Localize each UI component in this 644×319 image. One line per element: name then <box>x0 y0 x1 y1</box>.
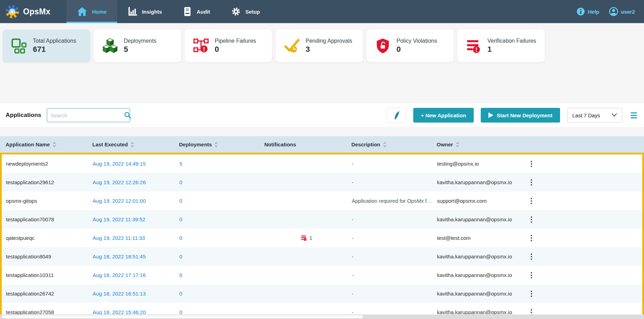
navbar-right: Help user2 <box>577 0 644 23</box>
column-header-application-name[interactable]: Application Name <box>6 141 92 147</box>
sort-icon <box>383 142 387 147</box>
application-owner: test@test.com <box>437 235 528 241</box>
application-name[interactable]: testapplication29612 <box>6 179 93 185</box>
search-input[interactable] <box>47 112 124 118</box>
card-value: 3 <box>306 45 352 54</box>
tab-audit[interactable]: Audit <box>172 0 220 23</box>
application-description: - <box>352 235 437 241</box>
last-executed-link[interactable]: Aug 19, 2022 14:49:15 <box>93 161 179 167</box>
last-executed-link[interactable]: Aug 19, 2022 11:11:33 <box>93 235 179 241</box>
card-total-applications[interactable]: Total Applications 671 <box>3 29 90 62</box>
last-executed-link[interactable]: Aug 19, 2022 12:01:00 <box>93 198 179 204</box>
table-row[interactable]: testapplication70078 Aug 19, 2022 11:39:… <box>2 210 642 229</box>
application-description: - <box>352 179 437 185</box>
table-row[interactable]: testapplication8049 Aug 18, 2022 18:51:4… <box>2 247 642 266</box>
card-pending-approvals[interactable]: Pending Approvals 3 <box>276 29 363 62</box>
new-application-button[interactable]: + New Application <box>413 108 474 123</box>
horizontal-scrollbar[interactable] <box>0 314 644 319</box>
table-menu-icon[interactable] <box>629 111 638 120</box>
application-name[interactable]: qatestpueqc <box>6 235 93 241</box>
application-description: - <box>352 161 437 167</box>
date-range-select[interactable]: Last 7 Days <box>567 108 622 123</box>
last-executed-link[interactable]: Aug 18, 2022 16:51:13 <box>93 291 179 297</box>
deployments-count-link[interactable]: 5 <box>179 161 265 167</box>
card-value: 1 <box>487 45 536 54</box>
row-actions-menu-icon[interactable] <box>528 254 535 260</box>
table-row[interactable]: testapplication26742 Aug 18, 2022 16:51:… <box>2 284 642 303</box>
search-icon[interactable] <box>124 111 131 119</box>
card-pipeline-failures[interactable]: Pipeline Failures 0 <box>185 29 272 62</box>
table-row[interactable]: testapplication29612 Aug 19, 2022 12:26:… <box>2 173 642 192</box>
home-icon <box>77 7 87 16</box>
row-actions-menu-icon[interactable] <box>528 161 535 167</box>
application-description: - <box>352 272 437 278</box>
row-actions-menu-icon[interactable] <box>528 179 535 186</box>
main-navigation: Home Insights Au <box>66 0 270 23</box>
card-label: Total Applications <box>33 38 76 44</box>
column-label: Last Executed <box>92 141 128 147</box>
start-new-deployment-label: Start New Deployment <box>497 112 552 118</box>
column-header-deployments[interactable]: Deployments <box>179 141 264 147</box>
application-name[interactable]: testapplication10311 <box>6 272 93 278</box>
row-actions-menu-icon[interactable] <box>528 272 535 278</box>
deployments-count-link[interactable]: 0 <box>179 179 265 185</box>
stats-cards-row: Total Applications 671 Deploym <box>0 23 644 69</box>
application-name[interactable]: testapplication70078 <box>6 216 93 222</box>
application-name[interactable]: opsmx-gitops <box>6 198 93 204</box>
column-label: Owner <box>437 141 453 147</box>
last-executed-link[interactable]: Aug 19, 2022 11:39:52 <box>93 216 179 222</box>
row-actions-menu-icon[interactable] <box>528 216 535 223</box>
tab-setup[interactable]: Setup <box>221 0 271 23</box>
new-application-label: + New Application <box>421 112 466 118</box>
table-row[interactable]: opsmx-gitops Aug 19, 2022 12:01:00 0 App… <box>2 192 642 210</box>
application-owner: testing@opsmx.io <box>437 161 528 167</box>
sort-icon <box>52 142 56 147</box>
application-owner: kavitha.karuppannan@opsmx.io <box>437 179 528 185</box>
last-executed-link[interactable]: Aug 18, 2022 18:51:45 <box>93 254 179 259</box>
pipeline-error-icon <box>193 38 209 54</box>
column-header-last-executed[interactable]: Last Executed <box>92 141 179 147</box>
user-menu[interactable]: user2 <box>609 7 635 16</box>
section-title: Applications <box>6 112 41 119</box>
tab-home-label: Home <box>92 9 107 15</box>
column-header-notifications: Notifications <box>264 141 351 147</box>
card-policy-violations[interactable]: Policy Violations 0 <box>366 29 454 62</box>
table-body: newdeployments2 Aug 19, 2022 14:49:15 5 … <box>0 153 644 319</box>
card-verification-failures[interactable]: Verification Failures 1 <box>457 29 545 62</box>
card-label: Deployments <box>124 38 156 44</box>
tab-home[interactable]: Home <box>66 0 117 23</box>
application-name[interactable]: testapplication8049 <box>6 254 93 259</box>
applications-toolbar: Applications + New Application Start New <box>0 103 644 127</box>
application-owner: support@opsmx.com <box>437 198 528 204</box>
deployments-count-link[interactable]: 0 <box>179 235 265 241</box>
cubes-icon <box>102 38 118 54</box>
table-row[interactable]: newdeployments2 Aug 19, 2022 14:49:15 5 … <box>2 154 642 173</box>
column-header-owner[interactable]: Owner <box>437 141 528 147</box>
column-header-description[interactable]: Description <box>351 141 437 147</box>
deployments-count-link[interactable]: 0 <box>179 198 265 204</box>
start-new-deployment-button[interactable]: Start New Deployment <box>481 108 560 123</box>
spinnaker-button[interactable] <box>387 108 406 123</box>
row-actions-menu-icon[interactable] <box>528 235 535 241</box>
card-value: 0 <box>396 45 437 54</box>
last-executed-link[interactable]: Aug 19, 2022 12:26:26 <box>93 179 179 185</box>
row-actions-menu-icon[interactable] <box>528 291 535 297</box>
deployments-count-link[interactable]: 0 <box>179 216 265 222</box>
notification-count: 1 <box>309 235 312 241</box>
application-description: Application required for OpsMx fun… <box>352 198 437 204</box>
table-row[interactable]: qatestpueqc Aug 19, 2022 11:11:33 0 1 - … <box>2 229 642 247</box>
help-link[interactable]: Help <box>577 7 599 16</box>
sort-icon <box>214 142 218 147</box>
deployments-count-link[interactable]: 0 <box>179 254 265 259</box>
deployments-count-link[interactable]: 0 <box>179 272 265 278</box>
application-name[interactable]: testapplication26742 <box>6 291 93 297</box>
row-actions-menu-icon[interactable] <box>528 198 535 204</box>
tab-insights-label: Insights <box>142 9 162 15</box>
tab-insights[interactable]: Insights <box>117 0 173 23</box>
deployments-count-link[interactable]: 0 <box>179 291 265 297</box>
table-row[interactable]: testapplication10311 Aug 18, 2022 17:17:… <box>2 266 642 284</box>
scrollbar-thumb[interactable] <box>2 315 363 318</box>
card-deployments[interactable]: Deployments 5 <box>94 29 181 62</box>
last-executed-link[interactable]: Aug 18, 2022 17:17:16 <box>93 272 179 278</box>
application-name[interactable]: newdeployments2 <box>6 161 93 167</box>
